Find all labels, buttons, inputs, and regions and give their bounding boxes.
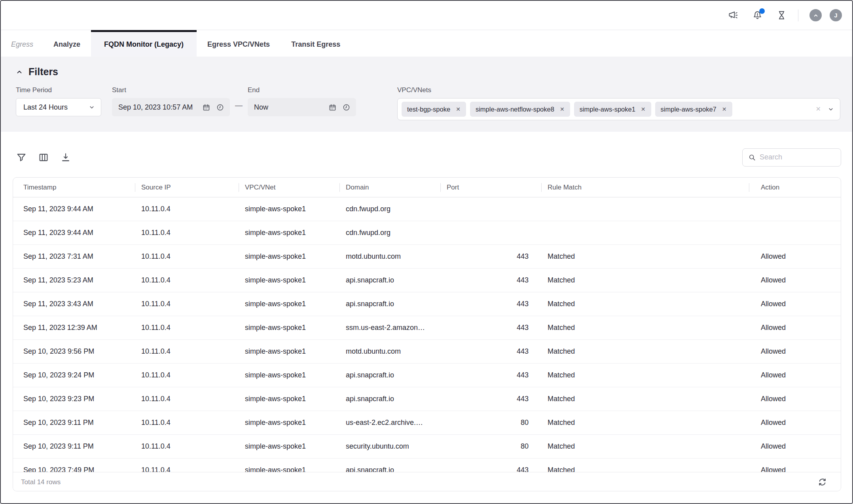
cell-source-ip: 10.11.0.4 [135,276,239,284]
chip-remove-icon[interactable]: ✕ [722,106,727,112]
table-row: Sep 10, 2023 7:49 PM 10.11.0.4 simple-aw… [13,459,841,472]
table-body[interactable]: Sep 11, 2023 9:44 AM 10.11.0.4 simple-aw… [13,197,841,472]
vpc-chip-list: test-bgp-spoke ✕ simple-aws-netflow-spok… [402,102,816,117]
search-icon [748,153,756,161]
table-row: Sep 10, 2023 9:24 PM 10.11.0.4 simple-aw… [13,364,841,387]
clock-icon[interactable] [216,103,224,112]
cell-rule-match: Matched [541,276,749,284]
tab-egress[interactable]: Egress [1,30,43,57]
clear-all-icon[interactable]: ✕ [816,106,821,112]
table-row: Sep 10, 2023 9:11 PM 10.11.0.4 simple-aw… [13,411,841,435]
cell-domain: cdn.fwupd.org [339,229,440,237]
refresh-icon [817,477,827,487]
vpc-vnets-label: VPC/VNets [397,86,840,94]
clock-icon[interactable] [342,103,351,112]
date-range-separator: — [230,86,248,110]
cell-source-ip: 10.11.0.4 [135,466,239,472]
download-icon [60,152,71,163]
cell-rule-match: Matched [541,324,749,332]
cell-port: 443 [440,300,541,308]
scroll-to-top-button[interactable] [809,9,822,21]
chip-remove-icon[interactable]: ✕ [456,106,461,112]
cell-rule-match: Matched [541,419,749,427]
chevron-down-icon [88,104,95,111]
user-initial: J [834,12,837,19]
cell-action: Allowed [749,300,841,308]
cell-domain: api.snapcraft.io [339,300,440,308]
cell-domain: cdn.fwupd.org [339,205,440,213]
cell-vpc-vnet: simple-aws-spoke1 [239,442,339,451]
cell-rule-match: Matched [541,347,749,356]
table-row: Sep 10, 2023 9:56 PM 10.11.0.4 simple-aw… [13,340,841,364]
cell-rule-match: Matched [541,371,749,379]
table-row: Sep 11, 2023 9:44 AM 10.11.0.4 simple-aw… [13,197,841,221]
funnel-icon [16,152,27,163]
chevron-down-icon[interactable] [827,106,834,113]
cell-port: 443 [440,276,541,284]
cell-timestamp: Sep 11, 2023 9:44 AM [13,205,135,213]
cell-port: 80 [440,442,541,451]
cell-rule-match: Matched [541,466,749,472]
table-toolbar [1,132,852,177]
cell-domain: api.snapcraft.io [339,395,440,403]
vpc-chip-label: simple-aws-spoke7 [661,106,717,113]
cell-timestamp: Sep 11, 2023 3:43 AM [13,300,135,308]
tab-analyze[interactable]: Analyze [43,30,91,57]
cell-vpc-vnet: simple-aws-spoke1 [239,205,339,213]
end-label: End [248,86,356,94]
start-datetime-input[interactable]: Sep 10, 2023 10:57 AM [112,98,230,116]
cell-vpc-vnet: simple-aws-spoke1 [239,347,339,356]
cell-timestamp: Sep 10, 2023 9:11 PM [13,419,135,427]
column-header: VPC/VNet [239,178,339,197]
announcements-button[interactable] [728,10,739,21]
refresh-button[interactable] [817,477,827,487]
cell-vpc-vnet: simple-aws-spoke1 [239,371,339,379]
tab-fqdn-monitor-legacy[interactable]: FQDN Monitor (Legacy) [91,30,197,57]
vpc-vnets-multiselect[interactable]: test-bgp-spoke ✕ simple-aws-netflow-spok… [397,98,840,120]
download-button[interactable] [60,152,71,163]
columns-button[interactable] [38,152,49,163]
column-header: Action [749,178,841,197]
cell-domain: us-east-2.ec2.archive.… [339,419,440,427]
filter-button[interactable] [16,152,27,163]
cell-port: 443 [440,395,541,403]
time-period-label: Time Period [16,86,101,94]
cell-domain: api.snapcraft.io [339,466,440,472]
vpc-chip: test-bgp-spoke ✕ [402,102,466,117]
cell-timestamp: Sep 10, 2023 9:23 PM [13,395,135,403]
search-input[interactable] [760,153,836,161]
column-header: Timestamp [13,178,135,197]
vpc-chip-label: test-bgp-spoke [407,106,450,113]
end-datetime-input[interactable]: Now [248,98,356,116]
start-value: Sep 10, 2023 10:57 AM [118,103,197,112]
chevron-up-icon [16,68,23,76]
chip-remove-icon[interactable]: ✕ [641,106,646,112]
column-header: Port [440,178,541,197]
start-label: Start [112,86,230,94]
tab-transit-egress[interactable]: Transit Egress [281,30,351,57]
vpc-chip-label: simple-aws-spoke1 [580,106,635,113]
tab-bar: Egress Analyze FQDN Monitor (Legacy) Egr… [1,30,852,57]
cell-vpc-vnet: simple-aws-spoke1 [239,324,339,332]
cell-timestamp: Sep 11, 2023 5:23 AM [13,276,135,284]
cell-source-ip: 10.11.0.4 [135,371,239,379]
chip-remove-icon[interactable]: ✕ [560,106,565,112]
user-avatar[interactable]: J [830,9,842,21]
table-row: Sep 10, 2023 9:23 PM 10.11.0.4 simple-aw… [13,387,841,411]
filters-collapse-button[interactable] [16,68,23,76]
notifications-button[interactable] [752,10,763,21]
cell-port: 443 [440,466,541,472]
cell-action: Allowed [749,395,841,403]
activity-history-button[interactable] [776,10,787,21]
tab-egress-vpc-vnets[interactable]: Egress VPC/VNets [197,30,281,57]
cell-vpc-vnet: simple-aws-spoke1 [239,395,339,403]
calendar-icon[interactable] [328,103,337,112]
cell-timestamp: Sep 10, 2023 9:56 PM [13,347,135,356]
topbar-divider [798,9,798,21]
cell-action: Allowed [749,466,841,472]
time-period-select[interactable]: Last 24 Hours [16,98,101,116]
filters-panel: Filters Time Period Last 24 Hours Start … [1,57,852,132]
end-value: Now [254,103,323,112]
cell-rule-match: Matched [541,442,749,451]
calendar-icon[interactable] [202,103,210,112]
